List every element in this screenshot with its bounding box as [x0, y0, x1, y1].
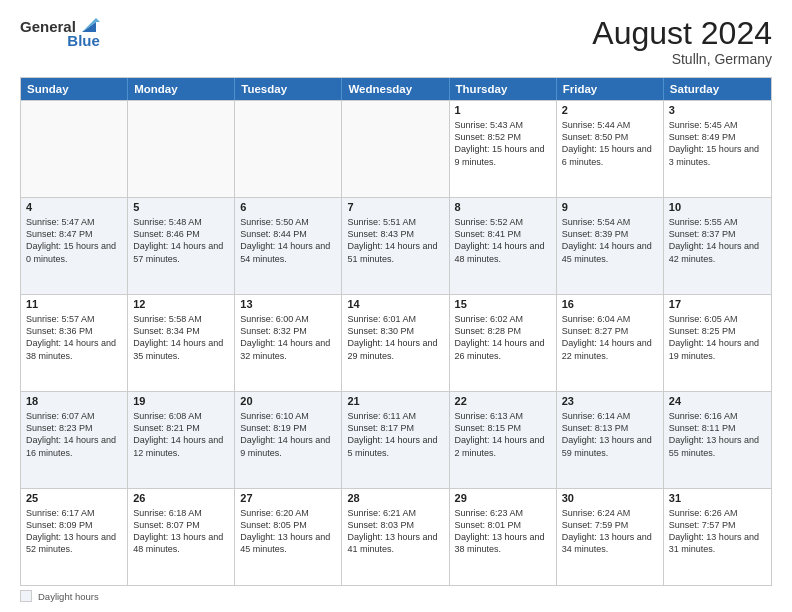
calendar-cell: 18Sunrise: 6:07 AM Sunset: 8:23 PM Dayli…	[21, 392, 128, 488]
calendar-cell: 27Sunrise: 6:20 AM Sunset: 8:05 PM Dayli…	[235, 489, 342, 585]
day-number: 17	[669, 298, 766, 310]
calendar-cell: 8Sunrise: 5:52 AM Sunset: 8:41 PM Daylig…	[450, 198, 557, 294]
cal-header-cell: Sunday	[21, 78, 128, 100]
day-info: Sunrise: 6:04 AM Sunset: 8:27 PM Dayligh…	[562, 313, 658, 362]
day-number: 16	[562, 298, 658, 310]
calendar-cell: 14Sunrise: 6:01 AM Sunset: 8:30 PM Dayli…	[342, 295, 449, 391]
day-info: Sunrise: 5:58 AM Sunset: 8:34 PM Dayligh…	[133, 313, 229, 362]
calendar-row: 1Sunrise: 5:43 AM Sunset: 8:52 PM Daylig…	[21, 100, 771, 197]
day-info: Sunrise: 6:10 AM Sunset: 8:19 PM Dayligh…	[240, 410, 336, 459]
cal-header-cell: Wednesday	[342, 78, 449, 100]
day-number: 27	[240, 492, 336, 504]
day-number: 8	[455, 201, 551, 213]
calendar-cell: 5Sunrise: 5:48 AM Sunset: 8:46 PM Daylig…	[128, 198, 235, 294]
title-block: August 2024 Stulln, Germany	[592, 16, 772, 67]
day-number: 28	[347, 492, 443, 504]
calendar-header: SundayMondayTuesdayWednesdayThursdayFrid…	[21, 78, 771, 100]
cal-header-cell: Monday	[128, 78, 235, 100]
day-info: Sunrise: 6:17 AM Sunset: 8:09 PM Dayligh…	[26, 507, 122, 556]
calendar-row: 25Sunrise: 6:17 AM Sunset: 8:09 PM Dayli…	[21, 488, 771, 585]
calendar-body: 1Sunrise: 5:43 AM Sunset: 8:52 PM Daylig…	[21, 100, 771, 585]
calendar-cell: 16Sunrise: 6:04 AM Sunset: 8:27 PM Dayli…	[557, 295, 664, 391]
day-number: 19	[133, 395, 229, 407]
day-info: Sunrise: 6:23 AM Sunset: 8:01 PM Dayligh…	[455, 507, 551, 556]
day-number: 20	[240, 395, 336, 407]
day-number: 3	[669, 104, 766, 116]
day-number: 26	[133, 492, 229, 504]
day-number: 4	[26, 201, 122, 213]
day-info: Sunrise: 6:21 AM Sunset: 8:03 PM Dayligh…	[347, 507, 443, 556]
calendar: SundayMondayTuesdayWednesdayThursdayFrid…	[20, 77, 772, 586]
calendar-cell: 17Sunrise: 6:05 AM Sunset: 8:25 PM Dayli…	[664, 295, 771, 391]
day-number: 21	[347, 395, 443, 407]
day-number: 5	[133, 201, 229, 213]
header: General Blue August 2024 Stulln, Germany	[20, 16, 772, 67]
day-info: Sunrise: 5:43 AM Sunset: 8:52 PM Dayligh…	[455, 119, 551, 168]
day-info: Sunrise: 5:57 AM Sunset: 8:36 PM Dayligh…	[26, 313, 122, 362]
day-info: Sunrise: 6:26 AM Sunset: 7:57 PM Dayligh…	[669, 507, 766, 556]
calendar-cell	[128, 101, 235, 197]
day-info: Sunrise: 5:48 AM Sunset: 8:46 PM Dayligh…	[133, 216, 229, 265]
calendar-cell: 12Sunrise: 5:58 AM Sunset: 8:34 PM Dayli…	[128, 295, 235, 391]
day-number: 12	[133, 298, 229, 310]
calendar-cell: 6Sunrise: 5:50 AM Sunset: 8:44 PM Daylig…	[235, 198, 342, 294]
cal-header-cell: Saturday	[664, 78, 771, 100]
day-info: Sunrise: 6:11 AM Sunset: 8:17 PM Dayligh…	[347, 410, 443, 459]
day-info: Sunrise: 5:45 AM Sunset: 8:49 PM Dayligh…	[669, 119, 766, 168]
day-info: Sunrise: 6:05 AM Sunset: 8:25 PM Dayligh…	[669, 313, 766, 362]
cal-header-cell: Tuesday	[235, 78, 342, 100]
calendar-cell: 4Sunrise: 5:47 AM Sunset: 8:47 PM Daylig…	[21, 198, 128, 294]
calendar-cell: 24Sunrise: 6:16 AM Sunset: 8:11 PM Dayli…	[664, 392, 771, 488]
calendar-cell: 19Sunrise: 6:08 AM Sunset: 8:21 PM Dayli…	[128, 392, 235, 488]
day-info: Sunrise: 6:02 AM Sunset: 8:28 PM Dayligh…	[455, 313, 551, 362]
calendar-cell: 28Sunrise: 6:21 AM Sunset: 8:03 PM Dayli…	[342, 489, 449, 585]
page: General Blue August 2024 Stulln, Germany…	[0, 0, 792, 612]
day-number: 22	[455, 395, 551, 407]
logo-blue-text: Blue	[67, 32, 100, 49]
calendar-cell: 30Sunrise: 6:24 AM Sunset: 7:59 PM Dayli…	[557, 489, 664, 585]
day-info: Sunrise: 6:18 AM Sunset: 8:07 PM Dayligh…	[133, 507, 229, 556]
calendar-cell: 13Sunrise: 6:00 AM Sunset: 8:32 PM Dayli…	[235, 295, 342, 391]
calendar-row: 18Sunrise: 6:07 AM Sunset: 8:23 PM Dayli…	[21, 391, 771, 488]
day-number: 25	[26, 492, 122, 504]
day-number: 11	[26, 298, 122, 310]
day-info: Sunrise: 6:14 AM Sunset: 8:13 PM Dayligh…	[562, 410, 658, 459]
cal-header-cell: Friday	[557, 78, 664, 100]
day-info: Sunrise: 5:55 AM Sunset: 8:37 PM Dayligh…	[669, 216, 766, 265]
day-number: 7	[347, 201, 443, 213]
footer-label: Daylight hours	[38, 591, 99, 602]
day-info: Sunrise: 6:07 AM Sunset: 8:23 PM Dayligh…	[26, 410, 122, 459]
calendar-row: 4Sunrise: 5:47 AM Sunset: 8:47 PM Daylig…	[21, 197, 771, 294]
calendar-cell: 20Sunrise: 6:10 AM Sunset: 8:19 PM Dayli…	[235, 392, 342, 488]
day-info: Sunrise: 5:50 AM Sunset: 8:44 PM Dayligh…	[240, 216, 336, 265]
day-info: Sunrise: 6:20 AM Sunset: 8:05 PM Dayligh…	[240, 507, 336, 556]
day-info: Sunrise: 5:44 AM Sunset: 8:50 PM Dayligh…	[562, 119, 658, 168]
day-info: Sunrise: 6:00 AM Sunset: 8:32 PM Dayligh…	[240, 313, 336, 362]
calendar-row: 11Sunrise: 5:57 AM Sunset: 8:36 PM Dayli…	[21, 294, 771, 391]
day-number: 29	[455, 492, 551, 504]
day-number: 31	[669, 492, 766, 504]
day-number: 2	[562, 104, 658, 116]
footer-box	[20, 590, 32, 602]
day-info: Sunrise: 6:16 AM Sunset: 8:11 PM Dayligh…	[669, 410, 766, 459]
calendar-cell: 26Sunrise: 6:18 AM Sunset: 8:07 PM Dayli…	[128, 489, 235, 585]
calendar-cell: 10Sunrise: 5:55 AM Sunset: 8:37 PM Dayli…	[664, 198, 771, 294]
calendar-cell	[21, 101, 128, 197]
day-info: Sunrise: 6:01 AM Sunset: 8:30 PM Dayligh…	[347, 313, 443, 362]
day-number: 13	[240, 298, 336, 310]
title-month: August 2024	[592, 16, 772, 51]
calendar-cell: 21Sunrise: 6:11 AM Sunset: 8:17 PM Dayli…	[342, 392, 449, 488]
footer-note: Daylight hours	[20, 590, 772, 602]
calendar-cell: 7Sunrise: 5:51 AM Sunset: 8:43 PM Daylig…	[342, 198, 449, 294]
day-number: 15	[455, 298, 551, 310]
day-info: Sunrise: 6:13 AM Sunset: 8:15 PM Dayligh…	[455, 410, 551, 459]
day-info: Sunrise: 5:47 AM Sunset: 8:47 PM Dayligh…	[26, 216, 122, 265]
day-info: Sunrise: 6:24 AM Sunset: 7:59 PM Dayligh…	[562, 507, 658, 556]
calendar-cell: 29Sunrise: 6:23 AM Sunset: 8:01 PM Dayli…	[450, 489, 557, 585]
day-info: Sunrise: 5:51 AM Sunset: 8:43 PM Dayligh…	[347, 216, 443, 265]
day-number: 9	[562, 201, 658, 213]
calendar-cell	[235, 101, 342, 197]
calendar-cell: 11Sunrise: 5:57 AM Sunset: 8:36 PM Dayli…	[21, 295, 128, 391]
day-number: 10	[669, 201, 766, 213]
calendar-cell: 2Sunrise: 5:44 AM Sunset: 8:50 PM Daylig…	[557, 101, 664, 197]
